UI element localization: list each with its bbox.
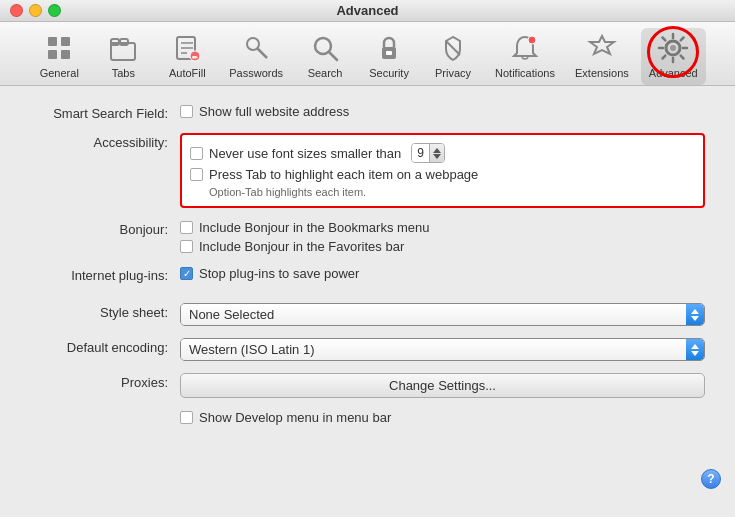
accessibility-box: Never use font sizes smaller than 9 Pres… bbox=[180, 133, 705, 208]
encoding-up-arrow bbox=[691, 344, 699, 349]
style-sheet-value: None Selected bbox=[181, 304, 686, 325]
stop-plugins-row: Stop plug-ins to save power bbox=[180, 266, 705, 281]
develop-menu-content: Show Develop menu in menu bar bbox=[180, 410, 705, 425]
svg-line-30 bbox=[681, 38, 684, 41]
develop-menu-checkbox[interactable] bbox=[180, 411, 193, 424]
extensions-icon bbox=[586, 32, 618, 64]
notifications-label: Notifications bbox=[495, 67, 555, 79]
bonjour-bookmarks-checkbox[interactable] bbox=[180, 221, 193, 234]
toolbar-general[interactable]: General bbox=[29, 28, 89, 85]
smart-search-label: Smart Search Field: bbox=[30, 104, 180, 121]
svg-line-20 bbox=[446, 41, 460, 55]
smart-search-content: Show full website address bbox=[180, 104, 705, 119]
develop-menu-checkbox-row: Show Develop menu in menu bar bbox=[180, 410, 705, 425]
never-font-checkbox[interactable] bbox=[190, 147, 203, 160]
maximize-button[interactable] bbox=[48, 4, 61, 17]
autofill-icon: ✏ bbox=[171, 32, 203, 64]
toolbar-search[interactable]: Search bbox=[295, 28, 355, 85]
default-encoding-row: Default encoding: Western (ISO Latin 1) bbox=[30, 338, 705, 361]
toolbar-tabs[interactable]: Tabs bbox=[93, 28, 153, 85]
font-size-arrows[interactable] bbox=[430, 144, 444, 162]
general-icon bbox=[43, 32, 75, 64]
font-size-select[interactable]: 9 bbox=[411, 143, 445, 163]
minimize-button[interactable] bbox=[29, 4, 42, 17]
style-sheet-row: Style sheet: None Selected bbox=[30, 303, 705, 326]
show-full-address-row: Show full website address bbox=[180, 104, 705, 119]
style-sheet-up-arrow bbox=[691, 309, 699, 314]
svg-point-21 bbox=[528, 36, 536, 44]
proxies-label: Proxies: bbox=[30, 373, 180, 390]
privacy-label: Privacy bbox=[435, 67, 471, 79]
toolbar-autofill[interactable]: ✏ AutoFill bbox=[157, 28, 217, 85]
accessibility-hint: Option-Tab highlights each item. bbox=[209, 186, 693, 198]
search-icon bbox=[309, 32, 341, 64]
show-full-address-checkbox[interactable] bbox=[180, 105, 193, 118]
default-encoding-label: Default encoding: bbox=[30, 338, 180, 355]
security-label: Security bbox=[369, 67, 409, 79]
security-icon bbox=[373, 32, 405, 64]
proxies-row: Proxies: Change Settings... bbox=[30, 373, 705, 398]
toolbar-extensions[interactable]: Extensions bbox=[567, 28, 637, 85]
toolbar-privacy[interactable]: Privacy bbox=[423, 28, 483, 85]
internet-plugins-row: Internet plug-ins: Stop plug-ins to save… bbox=[30, 266, 705, 283]
passwords-label: Passwords bbox=[229, 67, 283, 79]
internet-plugins-label: Internet plug-ins: bbox=[30, 266, 180, 283]
accessibility-content: Never use font sizes smaller than 9 Pres… bbox=[180, 133, 705, 208]
tabs-icon bbox=[107, 32, 139, 64]
style-sheet-arrows[interactable] bbox=[686, 304, 704, 325]
toolbar-security[interactable]: Security bbox=[359, 28, 419, 85]
never-font-label: Never use font sizes smaller than bbox=[209, 146, 401, 161]
svg-rect-3 bbox=[61, 50, 70, 59]
svg-line-17 bbox=[329, 52, 337, 60]
toolbar-advanced[interactable]: Advanced bbox=[641, 28, 706, 85]
bonjour-favorites-checkbox[interactable] bbox=[180, 240, 193, 253]
default-encoding-content: Western (ISO Latin 1) bbox=[180, 338, 705, 361]
autofill-label: AutoFill bbox=[169, 67, 206, 79]
svg-rect-2 bbox=[61, 37, 70, 46]
press-tab-checkbox[interactable] bbox=[190, 168, 203, 181]
bonjour-favorites-label: Include Bonjour in the Favorites bar bbox=[199, 239, 404, 254]
extensions-label: Extensions bbox=[575, 67, 629, 79]
tabs-label: Tabs bbox=[112, 67, 135, 79]
press-tab-row: Press Tab to highlight each item on a we… bbox=[190, 167, 693, 182]
develop-menu-label: Show Develop menu in menu bar bbox=[199, 410, 391, 425]
proxies-content: Change Settings... bbox=[180, 373, 705, 398]
bonjour-favorites-row: Include Bonjour in the Favorites bar bbox=[180, 239, 705, 254]
title-bar: Advanced bbox=[0, 0, 735, 22]
default-encoding-select[interactable]: Western (ISO Latin 1) bbox=[180, 338, 705, 361]
help-button[interactable]: ? bbox=[701, 469, 721, 489]
style-sheet-down-arrow bbox=[691, 316, 699, 321]
toolbar-notifications[interactable]: Notifications bbox=[487, 28, 563, 85]
close-button[interactable] bbox=[10, 4, 23, 17]
svg-line-28 bbox=[663, 38, 666, 41]
accessibility-label: Accessibility: bbox=[30, 133, 180, 150]
bonjour-row: Bonjour: Include Bonjour in the Bookmark… bbox=[30, 220, 705, 254]
privacy-icon bbox=[437, 32, 469, 64]
svg-point-23 bbox=[670, 45, 676, 51]
smart-search-row: Smart Search Field: Show full website ad… bbox=[30, 104, 705, 121]
toolbar-passwords[interactable]: Passwords bbox=[221, 28, 291, 85]
bonjour-label: Bonjour: bbox=[30, 220, 180, 237]
encoding-down-arrow bbox=[691, 351, 699, 356]
advanced-icon bbox=[657, 32, 689, 64]
svg-text:✏: ✏ bbox=[192, 54, 199, 61]
develop-menu-row: Show Develop menu in menu bar bbox=[30, 410, 705, 425]
change-settings-button[interactable]: Change Settings... bbox=[180, 373, 705, 398]
toolbar: General Tabs ✏ AutoFill bbox=[0, 22, 735, 86]
svg-line-31 bbox=[663, 56, 666, 59]
svg-rect-0 bbox=[48, 37, 57, 46]
search-label: Search bbox=[308, 67, 343, 79]
window-title: Advanced bbox=[336, 3, 398, 18]
stop-plugins-checkbox[interactable] bbox=[180, 267, 193, 280]
bonjour-bookmarks-label: Include Bonjour in the Bookmarks menu bbox=[199, 220, 430, 235]
advanced-label: Advanced bbox=[649, 67, 698, 79]
svg-rect-1 bbox=[48, 50, 57, 59]
default-encoding-arrows[interactable] bbox=[686, 339, 704, 360]
svg-line-29 bbox=[681, 56, 684, 59]
svg-rect-19 bbox=[386, 51, 392, 55]
style-sheet-select[interactable]: None Selected bbox=[180, 303, 705, 326]
window-controls bbox=[10, 4, 61, 17]
notifications-icon bbox=[509, 32, 541, 64]
content-area: Smart Search Field: Show full website ad… bbox=[0, 86, 735, 503]
general-label: General bbox=[40, 67, 79, 79]
